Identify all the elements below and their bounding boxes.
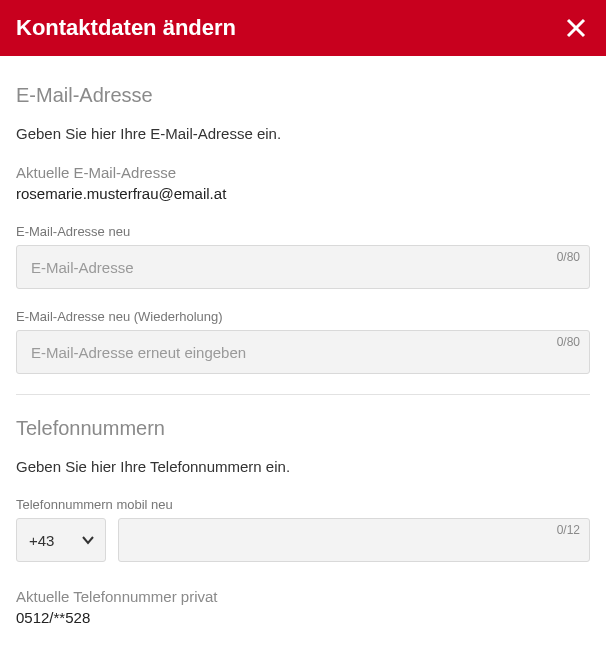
country-code-value: +43 (29, 532, 54, 549)
current-email-value: rosemarie.musterfrau@email.at (16, 185, 590, 202)
phone-section-description: Geben Sie hier Ihre Telefonnummern ein. (16, 458, 590, 475)
current-private-phone-label: Aktuelle Telefonnummer privat (16, 588, 590, 605)
mobile-phone-counter: 0/12 (557, 523, 580, 537)
email-new-field-wrap: 0/80 (16, 245, 590, 289)
mobile-phone-input[interactable] (118, 518, 590, 562)
email-section-description: Geben Sie hier Ihre E-Mail-Adresse ein. (16, 125, 590, 142)
email-repeat-counter: 0/80 (557, 335, 580, 349)
section-divider (16, 394, 590, 395)
phone-section-heading: Telefonnummern (16, 417, 590, 440)
dialog-content: E-Mail-Adresse Geben Sie hier Ihre E-Mai… (0, 56, 606, 646)
current-email-label: Aktuelle E-Mail-Adresse (16, 164, 590, 181)
email-new-counter: 0/80 (557, 250, 580, 264)
email-repeat-label: E-Mail-Adresse neu (Wiederholung) (16, 309, 590, 324)
dialog-header: Kontaktdaten ändern (0, 0, 606, 56)
email-repeat-input[interactable] (16, 330, 590, 374)
current-private-phone-value: 0512/**528 (16, 609, 590, 626)
dialog-title: Kontaktdaten ändern (16, 15, 236, 41)
close-icon (565, 17, 587, 39)
country-code-select[interactable]: +43 (16, 518, 106, 562)
email-section-heading: E-Mail-Adresse (16, 84, 590, 107)
mobile-phone-field-wrap: 0/12 (118, 518, 590, 562)
email-repeat-field-wrap: 0/80 (16, 330, 590, 374)
mobile-phone-label: Telefonnummern mobil neu (16, 497, 590, 512)
chevron-down-icon (81, 533, 95, 547)
mobile-phone-row: +43 0/12 (16, 518, 590, 562)
email-new-label: E-Mail-Adresse neu (16, 224, 590, 239)
close-button[interactable] (562, 14, 590, 42)
email-new-input[interactable] (16, 245, 590, 289)
